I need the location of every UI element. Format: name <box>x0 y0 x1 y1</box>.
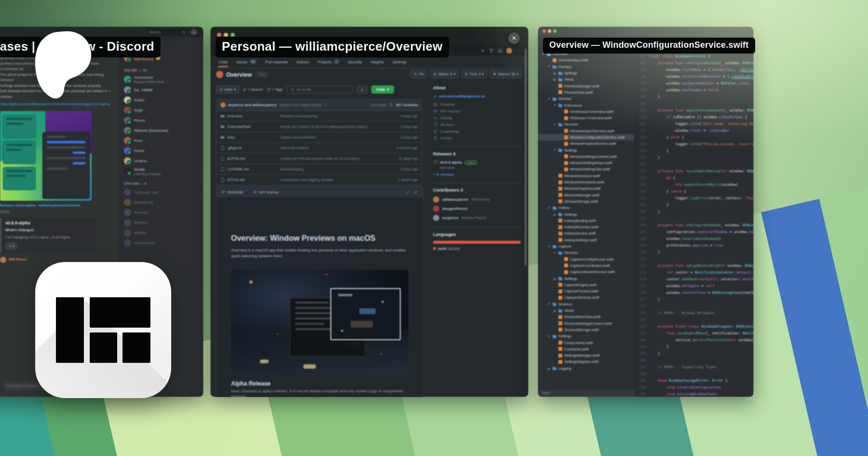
language-label[interactable]: Swift 100.0% <box>433 247 521 251</box>
disclosure-icon[interactable]: ▶ <box>553 71 556 75</box>
navigator-row[interactable]: WindowAspectService.swift <box>538 128 634 134</box>
repo-tab[interactable]: Security <box>345 57 366 67</box>
website-link[interactable]: overview.williampierce.io <box>433 94 521 98</box>
about-item[interactable]: Readme <box>433 102 521 107</box>
navigator-row[interactable]: WindowSettingsKeys.swift <box>538 160 634 166</box>
about-item[interactable]: 5 watching <box>433 129 521 134</box>
repo-owner-avatar[interactable] <box>216 71 223 78</box>
pin-button[interactable]: Pin <box>410 70 427 78</box>
navigator-row[interactable]: CaptureConfigService.swift <box>538 256 634 263</box>
member-row[interactable]: Guffo <box>118 95 203 105</box>
download-button[interactable] <box>357 86 367 94</box>
xcode-window-preview[interactable]: ▼ Overview OverviewApp.swift ▼ Preview <box>538 27 754 397</box>
repo-tab[interactable]: Projects 1 <box>314 57 343 67</box>
member-row[interactable]: Dendro <box>118 218 203 228</box>
file-name[interactable]: LICENSE.md <box>227 167 249 171</box>
repo-tab[interactable]: Settings <box>389 57 410 67</box>
github-window-preview[interactable]: Code Issues 68 Pull requests Actions <box>210 27 529 397</box>
navigator-row[interactable]: NSScreen+Overview.swift <box>538 115 634 121</box>
commit-check-icon[interactable]: ✓ <box>324 103 327 107</box>
member-row[interactable]: Connector Playing Verified Ideas <box>118 74 203 85</box>
navigator-row[interactable]: ▶ Logging <box>538 365 634 372</box>
branches-link[interactable]: 1 Branch <box>243 87 263 92</box>
navigator-row[interactable]: ▶ Views <box>538 307 634 314</box>
navigator-row[interactable]: SettingsManager.swift <box>538 352 634 359</box>
navigator-row[interactable]: HotkeyService.swift <box>538 230 634 236</box>
navigator-row[interactable]: PreviewView.swift <box>538 89 634 96</box>
table-row[interactable]: .gitignore Add build artifacts 9 months … <box>217 142 422 153</box>
navigator-row[interactable]: WindowDimensions.swift <box>538 179 634 185</box>
member-row[interactable]: sleepyhead <box>118 238 203 248</box>
contributor-row[interactable]: williamcpierce Will Pierce <box>433 196 521 203</box>
disclosure-icon[interactable]: ▼ <box>553 149 556 152</box>
disclosure-icon[interactable]: ▶ <box>553 277 556 280</box>
navigator-row[interactable]: WindowStorage.swift <box>538 198 634 205</box>
disclosure-icon[interactable]: ▼ <box>547 207 551 209</box>
navigator-row[interactable]: ▼ Extensions <box>538 102 634 108</box>
table-row[interactable]: LICENSE.md Housekeeping 2 days ago <box>217 164 422 174</box>
inbox-icon[interactable] <box>498 48 502 53</box>
navigator-row[interactable]: ▶ Settings <box>538 275 634 281</box>
contributor-row[interactable]: ImogenPierce <box>433 206 521 212</box>
xcode-editor[interactable]: 141 final class WindowServices { 142 pri… <box>635 36 754 397</box>
disclosure-icon[interactable]: ▼ <box>547 335 551 338</box>
zoom-traffic-light[interactable] <box>553 29 556 33</box>
overview-app-icon[interactable] <box>35 262 171 398</box>
navigator-row[interactable]: ▶ Views <box>538 76 634 83</box>
navigator-row[interactable]: WindowSettingsTab.swift <box>538 166 634 172</box>
navigator-row[interactable]: ShortcutStorage.swift <box>538 327 634 333</box>
navigator-row[interactable]: NSWindow+Overview.swift <box>538 109 634 115</box>
navigator-row[interactable]: HotkeyBinding.swift <box>538 218 634 224</box>
navigator-row[interactable]: ▼ Services <box>538 249 634 256</box>
minimize-traffic-light[interactable] <box>548 29 551 33</box>
member-row[interactable]: W1RE Listening to Spotify <box>118 166 203 177</box>
file-commit-message[interactable]: Consistency and logging updates <box>280 178 385 182</box>
commit-count[interactable]: 367 Commits <box>395 103 418 107</box>
about-item[interactable]: Activity <box>433 116 521 120</box>
avatar[interactable] <box>506 48 512 54</box>
navigator-row[interactable]: SettingsMigrator.swift <box>538 359 634 365</box>
go-to-file-input[interactable]: Go to file <box>286 85 353 94</box>
navigator-row[interactable]: CaptureStreamService.swift <box>538 269 634 275</box>
navigator-row[interactable]: ShortcutItemView.swift <box>538 314 634 320</box>
file-name[interactable]: STYLE.md <box>227 178 244 182</box>
disclosure-icon[interactable]: ▼ <box>553 123 556 126</box>
file-name[interactable]: docs <box>227 135 235 139</box>
member-row[interactable]: Comrade Cat <box>118 187 203 197</box>
repo-tab[interactable]: Actions <box>293 57 312 67</box>
table-row[interactable]: ALPHA.md Update ALPHA.md release notes f… <box>217 153 422 164</box>
member-row[interactable]: Da_TAMM <box>118 85 203 95</box>
plus-icon[interactable] <box>480 48 485 53</box>
chat-release-url-link[interactable]: https://github.com/williamcpierce/Overvi… <box>0 101 115 107</box>
embedded-screenshot[interactable] <box>0 111 92 201</box>
navigator-row[interactable]: ShortcutSettingsContent.swift <box>538 320 634 326</box>
file-commit-message[interactable]: Housekeeping <box>280 167 385 171</box>
disclosure-icon[interactable]: ▶ <box>553 309 556 312</box>
navigator-row[interactable]: WindowPositionService.swift <box>538 140 634 147</box>
navigator-row[interactable]: ▼ Capture <box>538 243 634 249</box>
file-name[interactable]: Overview <box>227 114 242 118</box>
file-name[interactable]: ALPHA.md <box>227 156 245 161</box>
member-row[interactable]: Gigli <box>118 105 203 115</box>
navigator-row[interactable]: ▼ Settings <box>538 147 634 153</box>
navigator-row[interactable]: CapturePreview.swift <box>538 288 634 294</box>
table-row[interactable]: OverviewTests Merge pull request #198 fr… <box>217 121 422 132</box>
about-item[interactable]: MIT license <box>433 109 521 113</box>
member-row[interactable]: N3buke (Donovan) <box>118 125 203 136</box>
table-row[interactable]: docs Update documentation 4 days ago <box>217 132 422 142</box>
disclosure-icon[interactable]: ▼ <box>553 251 556 254</box>
repo-tab[interactable]: Insights <box>367 57 387 67</box>
member-row[interactable]: Fern <box>118 136 203 146</box>
discord-search-input[interactable]: Search <box>147 29 188 35</box>
navigator-row[interactable]: OverviewApp.swift <box>538 57 634 63</box>
chat-release-card-link[interactable]: Release v0.6.0-alpha · williamcpierce/Ov… <box>0 203 115 208</box>
about-item[interactable]: 56 stars <box>433 123 521 127</box>
member-row[interactable]: Pierzz <box>118 115 203 125</box>
member-row[interactable]: Froze <box>118 146 203 156</box>
navigator-row[interactable]: CaptureCoordinator.swift <box>538 263 634 269</box>
table-row[interactable]: Overview Release housekeeping 4 days ago <box>217 111 422 121</box>
disclosure-icon[interactable]: ▼ <box>547 245 551 248</box>
navigator-row[interactable]: CaptureServices.swift <box>538 294 634 301</box>
member-row[interactable]: (Not Brett) <box>118 197 203 207</box>
navigator-row[interactable]: ▶ Settings <box>538 70 634 76</box>
